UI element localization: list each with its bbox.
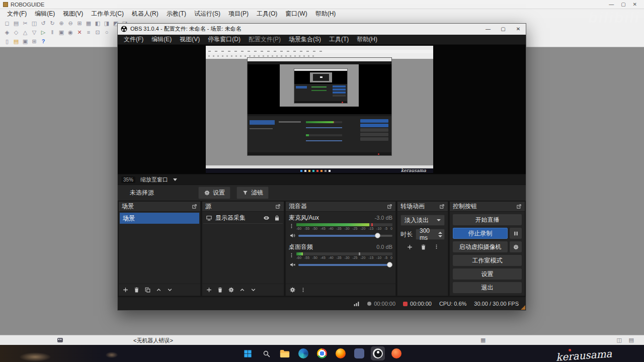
popout-icon[interactable] — [192, 204, 197, 209]
obs-preview-canvas[interactable]: kerausama — [118, 45, 526, 174]
roboguide-menu-item[interactable]: 项目(P) — [224, 9, 253, 19]
toolbar-icon[interactable]: ◫ — [30, 19, 38, 27]
toolbar-icon[interactable]: ⊕ — [57, 19, 65, 27]
roboguide-menu-item[interactable]: 窗口(W) — [281, 9, 311, 19]
channel-menu-icon[interactable] — [289, 252, 294, 258]
chrome-icon[interactable] — [315, 346, 329, 360]
transition-select[interactable]: 淡入淡出 — [400, 215, 445, 226]
move-down-icon[interactable] — [250, 287, 257, 293]
spin-up-icon[interactable] — [438, 232, 442, 234]
stop-recording-button[interactable]: 停止录制 — [453, 228, 508, 239]
toolbar-icon[interactable]: ✕ — [75, 28, 84, 36]
app-orange-icon[interactable] — [389, 346, 404, 360]
duration-spinbox[interactable]: 300 ms — [416, 229, 445, 240]
speaker-icon[interactable] — [289, 232, 296, 239]
toolbar-icon[interactable]: △ — [21, 28, 29, 36]
obs-menu-item[interactable]: 工具(T) — [325, 35, 353, 44]
speaker-muted-icon[interactable] — [289, 261, 296, 268]
close-icon[interactable]: ✕ — [633, 1, 637, 8]
resize-grip[interactable] — [521, 305, 525, 310]
source-properties-icon[interactable] — [228, 287, 234, 293]
remove-source-icon[interactable] — [217, 287, 223, 293]
close-icon[interactable]: ✕ — [511, 24, 526, 35]
maximize-icon[interactable]: ▢ — [496, 24, 511, 35]
toolbar-icon[interactable]: ▤ — [12, 19, 20, 27]
roboguide-menu-item[interactable]: 试运行(S) — [190, 9, 224, 19]
exit-button[interactable]: 退出 — [453, 282, 522, 293]
advanced-audio-gear-icon[interactable] — [289, 287, 296, 293]
toolbar-icon[interactable]: ◇ — [12, 28, 20, 36]
mixer-dock-header[interactable]: 混音器 — [286, 202, 395, 212]
roboguide-menu-item[interactable]: 帮助(H) — [311, 9, 340, 19]
volume-slider[interactable] — [298, 235, 392, 237]
popout-icon[interactable] — [387, 204, 392, 209]
popout-icon[interactable] — [516, 204, 522, 209]
obs-studio-icon[interactable] — [371, 346, 385, 360]
mixer-menu-icon[interactable] — [300, 287, 306, 293]
chevron-down-icon[interactable] — [173, 178, 177, 181]
search-icon[interactable] — [259, 346, 273, 360]
roboguide-menu-item[interactable]: 工作单元(C) — [87, 9, 128, 19]
obs-menu-item[interactable]: 停靠窗口(D) — [204, 35, 245, 44]
move-down-icon[interactable] — [167, 287, 173, 293]
source-properties-button[interactable]: 设置 — [198, 187, 230, 199]
toolbar-icon[interactable]: ◈ — [3, 28, 11, 36]
start-streaming-button[interactable]: 开始直播 — [453, 214, 522, 225]
lock-icon[interactable] — [274, 215, 280, 221]
spin-down-icon[interactable] — [438, 235, 442, 237]
toolbar-icon[interactable]: ✂ — [21, 19, 29, 27]
add-scene-icon[interactable] — [122, 287, 129, 293]
toolbar-icon[interactable]: ▤ — [12, 37, 20, 45]
roboguide-menu-item[interactable]: 文件(F) — [3, 9, 31, 19]
scenes-dock-header[interactable]: 场景 — [119, 202, 200, 212]
windows-start-icon[interactable] — [240, 346, 255, 360]
virtual-camera-settings-button[interactable] — [510, 241, 522, 252]
scene-filters-icon[interactable] — [144, 287, 151, 293]
roboguide-menu-item[interactable]: 编辑(E) — [31, 9, 59, 19]
remove-transition-icon[interactable] — [420, 244, 427, 250]
toolbar-icon[interactable]: ◧ — [94, 19, 102, 27]
maximize-icon[interactable]: ▢ — [621, 1, 625, 8]
add-source-icon[interactable] — [206, 287, 212, 293]
toolbar-icon[interactable]: ◉ — [66, 28, 74, 36]
zoom-fit-label[interactable]: 缩放至窗口 — [140, 176, 168, 184]
toolbar-icon[interactable]: ▣ — [57, 28, 65, 36]
toolbar-icon[interactable]: ↺ — [39, 19, 47, 27]
roboguide-menu-item[interactable]: 示教(T) — [163, 9, 190, 19]
toolbar-icon[interactable]: ⊞ — [75, 19, 84, 27]
channel-menu-icon[interactable] — [289, 223, 294, 229]
scene-item[interactable]: 场景 — [120, 213, 199, 224]
source-item[interactable]: 显示器采集 — [203, 213, 283, 224]
toolbar-icon[interactable]: ⊡ — [94, 28, 102, 36]
toolbar-icon[interactable]: ▽ — [30, 28, 38, 36]
status-icon[interactable]: ▦ — [480, 337, 486, 343]
controls-dock-header[interactable]: 控制按钮 — [450, 202, 525, 212]
toolbar-icon[interactable]: ↻ — [48, 19, 56, 27]
toolbar-icon[interactable]: ? — [39, 37, 47, 45]
toolbar-icon[interactable]: ‖ — [48, 28, 56, 36]
roboguide-menu-item[interactable]: 工具(O) — [253, 9, 281, 19]
toolbar-icon[interactable]: ⊖ — [66, 19, 74, 27]
volume-slider[interactable] — [298, 264, 392, 266]
roboguide-menu-item[interactable]: 视图(V) — [59, 9, 87, 19]
obs-menu-item[interactable]: 场景集合(S) — [285, 35, 325, 44]
obs-menu-item[interactable]: 帮助(H) — [353, 35, 381, 44]
toolbar-icon[interactable]: ○ — [103, 28, 111, 36]
transitions-dock-header[interactable]: 转场动画 — [397, 202, 448, 212]
move-up-icon[interactable] — [155, 287, 162, 293]
obs-menu-item[interactable]: 文件(F) — [120, 35, 147, 44]
source-filters-button[interactable]: 滤镜 — [236, 187, 269, 199]
toolbar-icon[interactable]: ⊞ — [30, 37, 38, 45]
popout-icon[interactable] — [275, 204, 281, 209]
toolbar-icon[interactable]: ▷ — [39, 28, 47, 36]
minimize-icon[interactable]: — — [609, 1, 614, 8]
toolbar-icon[interactable]: ◨ — [103, 19, 111, 27]
obs-menu-item[interactable]: 编辑(E) — [147, 35, 176, 44]
roboguide-menu-item[interactable]: 机器人(R) — [128, 9, 163, 19]
studio-mode-button[interactable]: 工作室模式 — [453, 255, 522, 266]
start-virtual-camera-button[interactable]: 启动虚拟摄像机 — [453, 241, 508, 252]
add-transition-icon[interactable] — [407, 244, 413, 250]
move-up-icon[interactable] — [239, 287, 246, 293]
remove-scene-icon[interactable] — [133, 287, 140, 293]
toolbar-icon[interactable]: ▣ — [21, 37, 29, 45]
